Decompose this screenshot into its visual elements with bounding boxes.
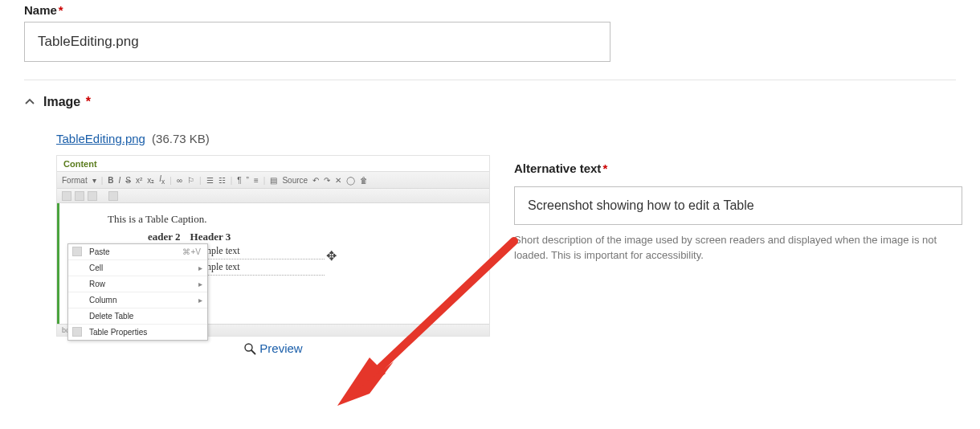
image-section-header[interactable]: Image *	[24, 95, 956, 109]
svg-marker-3	[337, 358, 386, 406]
name-input[interactable]	[24, 22, 610, 62]
ctx-paste: Paste ⌘+V	[68, 244, 207, 260]
ctx-row: Row ▸	[68, 276, 207, 292]
name-label: Name*	[24, 3, 956, 17]
ctx-table-properties: Table Properties	[68, 325, 207, 340]
uploaded-file-link[interactable]: TableEditing.png	[56, 132, 145, 145]
move-cursor-icon: ✥	[326, 248, 337, 264]
preview-toolbar: Format ▾ | B I S x² x₂ Ix | ∞⚐ |	[57, 172, 489, 189]
ctx-delete-table: Delete Table	[68, 308, 207, 325]
alt-text-input[interactable]	[514, 186, 962, 225]
uploaded-file-size: (36.73 KB)	[152, 132, 210, 145]
ctx-column: Column ▸	[68, 292, 207, 308]
magnifier-icon	[243, 342, 256, 355]
image-preview: Content Format ▾ | B I S x² x₂ Ix |	[56, 155, 490, 337]
alt-text-helper: Short description of the image used by s…	[514, 233, 962, 264]
alt-text-label: Alternative text*	[514, 161, 962, 175]
paste-icon	[72, 247, 82, 256]
table-properties-icon	[72, 327, 82, 337]
image-section-title: Image	[43, 95, 80, 108]
svg-line-1	[251, 350, 255, 354]
preview-button[interactable]: Preview	[243, 341, 302, 355]
chevron-up-icon	[24, 96, 35, 108]
preview-panel-title: Content	[57, 156, 489, 172]
preview-header-2: eader 2	[148, 231, 181, 243]
preview-header-3: Header 3	[190, 231, 231, 243]
preview-context-menu: Paste ⌘+V Cell ▸ Row ▸	[67, 243, 208, 341]
preview-toolbar-2	[57, 189, 489, 203]
svg-marker-4	[337, 370, 382, 406]
preview-table-caption: This is a Table Caption.	[108, 213, 481, 226]
ctx-cell: Cell ▸	[68, 260, 207, 276]
